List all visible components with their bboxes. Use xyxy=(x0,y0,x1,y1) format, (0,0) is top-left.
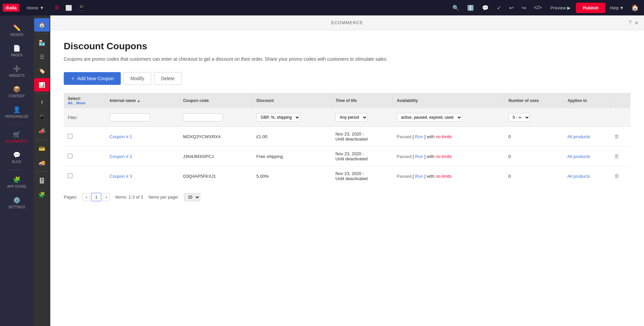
sec-sidebar-megaphone[interactable]: 📣 xyxy=(34,124,50,138)
sec-sidebar-chart[interactable]: 📊 xyxy=(34,78,50,92)
row1-checkbox-cell[interactable] xyxy=(64,127,106,147)
modal-help-btn[interactable]: ? xyxy=(629,19,632,26)
sec-sidebar-tag[interactable]: 🏷️ xyxy=(34,64,50,77)
sec-sidebar-wallet[interactable]: 💳 xyxy=(34,142,50,155)
row2-delete-cell[interactable]: 🗑 xyxy=(610,147,631,166)
items-per-page[interactable]: 10 25 50 xyxy=(184,193,200,201)
select-none-link[interactable]: None xyxy=(76,101,86,105)
row3-checkbox[interactable] xyxy=(68,173,72,178)
filter-uses-select[interactable]: 0 - ∞ xyxy=(508,113,530,122)
row3-name-cell[interactable]: Coupon # 3 xyxy=(106,166,179,186)
row3-run-link[interactable]: Run xyxy=(415,174,423,179)
row1-discount-cell: £1.00 xyxy=(252,127,331,147)
mobile-device-btn[interactable]: 📱 xyxy=(75,3,88,13)
row2-checkbox[interactable] xyxy=(68,154,72,158)
row3-code-cell: O3Q4AP5FKXJ1 xyxy=(179,166,252,186)
search-btn[interactable]: 🔍 xyxy=(449,3,463,13)
current-page: 1 xyxy=(91,193,101,201)
sec-sidebar-facebook[interactable]: f xyxy=(34,96,50,109)
next-page-btn[interactable]: › xyxy=(103,193,110,201)
row3-availability-cell: Paused [ Run ] with no limits xyxy=(393,166,504,186)
row3-checkbox-cell[interactable] xyxy=(64,166,106,186)
row1-delete-cell[interactable]: 🗑 xyxy=(610,127,631,147)
sidebar-item-blog[interactable]: 💬 BLOG xyxy=(2,148,32,167)
select-all-link[interactable]: All xyxy=(68,101,72,105)
add-new-coupon-button[interactable]: ＋ Add New Coupon xyxy=(64,72,121,85)
desktop-device-btn[interactable]: 🖥 xyxy=(51,3,62,13)
items-count: Items: 1-3 of 3 xyxy=(115,195,143,200)
row2-applies-cell[interactable]: All products xyxy=(563,147,610,166)
prev-page-btn[interactable]: ‹ xyxy=(83,193,90,201)
filter-code-cell[interactable] xyxy=(179,108,252,127)
check-btn[interactable]: ✓ xyxy=(493,3,504,13)
personalize-icon: 👤 xyxy=(13,106,20,113)
delete-button[interactable]: Delete xyxy=(154,72,181,85)
row3-delete-btn[interactable]: 🗑 xyxy=(614,173,620,179)
row2-name-cell[interactable]: Coupon # 2 xyxy=(106,147,179,166)
filter-period-cell[interactable]: Any period xyxy=(331,108,393,127)
row3-delete-cell[interactable]: 🗑 xyxy=(610,166,631,186)
page-dropdown[interactable]: Home ▼ xyxy=(23,3,47,12)
row1-checkbox[interactable] xyxy=(68,134,72,139)
filter-availability-cell[interactable]: active, paused, expired, used xyxy=(393,108,504,127)
plus-icon: ＋ xyxy=(70,75,75,82)
row1-delete-btn[interactable]: 🗑 xyxy=(614,133,620,140)
publish-btn[interactable]: Publish xyxy=(576,3,605,13)
filter-name-input[interactable] xyxy=(110,113,150,121)
modify-button[interactable]: Modify xyxy=(123,72,151,85)
row2-delete-btn[interactable]: 🗑 xyxy=(614,153,620,159)
row1-no-limits-link[interactable]: no limits xyxy=(436,134,452,139)
sec-sidebar-store[interactable]: 🏪 xyxy=(34,36,50,49)
filter-discount-select[interactable]: GBP, %, shipping xyxy=(256,113,300,122)
filter-availability-select[interactable]: active, paused, expired, used xyxy=(397,113,462,122)
row2-checkbox-cell[interactable] xyxy=(64,147,106,166)
sec-sidebar-truck[interactable]: 🚚 xyxy=(34,156,50,169)
sec-sidebar-sliders[interactable]: 🎚️ xyxy=(34,174,50,187)
row3-applies-link[interactable]: All products xyxy=(567,174,590,179)
row2-applies-link[interactable]: All products xyxy=(567,154,590,159)
filter-uses-cell[interactable]: 0 - ∞ xyxy=(504,108,564,127)
sec-sidebar-puzzle[interactable]: 🧩 xyxy=(34,188,50,201)
row1-applies-link[interactable]: All products xyxy=(567,134,590,139)
sidebar-item-content[interactable]: 📦 CONTENT xyxy=(2,82,32,101)
row3-no-limits-link[interactable]: no limits xyxy=(436,174,452,179)
content-area: ECOMMERCE ? ✕ Discount Coupons Coupons a… xyxy=(50,15,644,326)
filter-discount-cell[interactable]: GBP, %, shipping xyxy=(252,108,331,127)
ecommerce-icon: 🛒 xyxy=(13,131,20,138)
modal-close-btn[interactable]: ✕ xyxy=(634,19,639,26)
row1-coupon-link[interactable]: Coupon # 1 xyxy=(110,134,132,139)
table-row: Coupon # 2 J3N4JM3SIPCJ Free shipping No… xyxy=(64,147,631,166)
sidebar-item-widgets[interactable]: ➕ WIDGETS xyxy=(2,62,32,81)
tablet-device-btn[interactable]: ⬜ xyxy=(63,3,75,13)
undo-btn[interactable]: ↩ xyxy=(506,3,517,13)
info-btn[interactable]: ℹ️ xyxy=(464,3,477,13)
help-btn[interactable]: Help ▼ xyxy=(606,3,627,12)
preview-btn[interactable]: Preview ▶ xyxy=(546,3,575,12)
filter-code-input[interactable] xyxy=(183,113,223,121)
row3-applies-cell[interactable]: All products xyxy=(563,166,610,186)
per-page-select[interactable]: 10 25 50 xyxy=(184,193,200,201)
row1-applies-cell[interactable]: All products xyxy=(563,127,610,147)
row1-name-cell[interactable]: Coupon # 1 xyxy=(106,127,179,147)
row2-no-limits-link[interactable]: no limits xyxy=(436,154,452,159)
row2-run-link[interactable]: Run xyxy=(415,154,423,159)
sidebar-item-app-store[interactable]: 🧩 APP STORE xyxy=(2,173,32,192)
sec-sidebar-list[interactable]: ☰ xyxy=(34,50,50,63)
code-btn[interactable]: </> xyxy=(531,3,545,13)
row3-coupon-link[interactable]: Coupon # 3 xyxy=(110,174,132,179)
sidebar-item-pages[interactable]: 📄 PAGES xyxy=(2,41,32,60)
sidebar-item-design[interactable]: ✏️ DESIGN xyxy=(2,21,32,40)
duda-logo: duda xyxy=(3,4,19,12)
sidebar-item-ecommerce[interactable]: 🛒 ECOMMERCE xyxy=(2,127,32,147)
filter-name-cell[interactable] xyxy=(106,108,179,127)
filter-period-select[interactable]: Any period xyxy=(335,113,368,122)
sec-sidebar-mobile[interactable]: 📱 xyxy=(34,110,50,123)
sidebar-item-personalize[interactable]: 👤 PERSONALIZE xyxy=(2,103,32,122)
sidebar-item-settings[interactable]: ⚙️ SETTINGS xyxy=(2,193,32,212)
home-btn[interactable]: 🏠 xyxy=(629,2,641,13)
redo-btn[interactable]: ↪ xyxy=(518,3,529,13)
row2-coupon-link[interactable]: Coupon # 2 xyxy=(110,154,132,159)
sec-sidebar-home[interactable]: 🏠 xyxy=(34,18,50,32)
comment-btn[interactable]: 💬 xyxy=(479,3,492,13)
row1-run-link[interactable]: Run xyxy=(415,134,423,139)
